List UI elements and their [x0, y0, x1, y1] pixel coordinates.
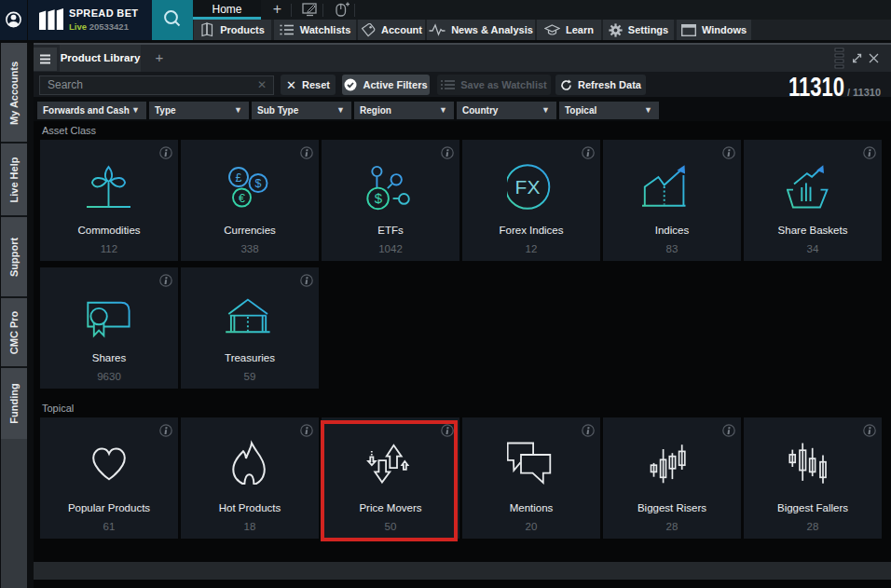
svg-text:$: $ — [375, 190, 383, 206]
svg-text:£: £ — [236, 171, 242, 185]
svg-text:€: € — [239, 192, 245, 205]
svg-text:FX: FX — [515, 176, 541, 198]
svg-text:$: $ — [255, 177, 262, 190]
